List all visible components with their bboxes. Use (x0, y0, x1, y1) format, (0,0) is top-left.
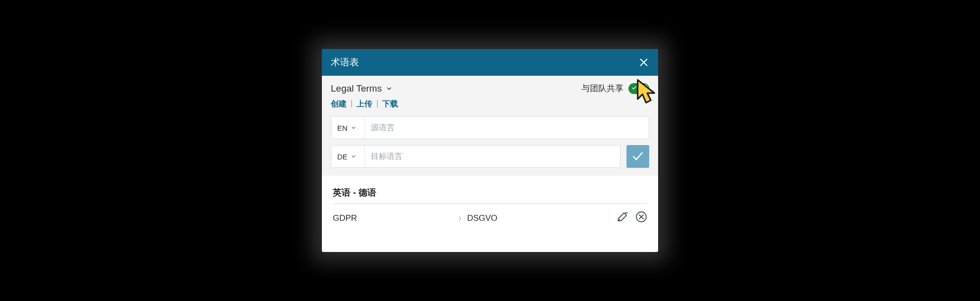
check-icon (631, 150, 644, 163)
action-separator: | (351, 99, 353, 109)
share-with-team: 与团队共享 (581, 83, 649, 94)
target-term-input[interactable] (365, 146, 620, 167)
source-input-group: EN (331, 116, 649, 139)
chevron-right-icon (452, 215, 467, 221)
confirm-add-button[interactable] (626, 145, 649, 168)
terms-list-section: 英语 - 德语 GDPR DSGVO (322, 176, 658, 252)
glossary-actions: 创建 | 上传 | 下载 (322, 99, 658, 113)
glossary-select-row: Legal Terms 与团队共享 (322, 76, 658, 99)
target-lang-dropdown[interactable]: DE (331, 146, 365, 167)
source-input-row: EN (331, 116, 649, 139)
target-lang-code: DE (337, 152, 348, 161)
create-action[interactable]: 创建 (331, 99, 347, 109)
glossary-name-dropdown[interactable]: Legal Terms (331, 83, 393, 94)
download-action[interactable]: 下载 (382, 99, 398, 109)
share-label: 与团队共享 (581, 83, 624, 94)
term-input-area: EN DE (322, 113, 658, 176)
target-input-row: DE (331, 145, 649, 168)
glossary-dialog: 术语表 Legal Terms 与团队共享 (322, 49, 658, 252)
term-row-actions (617, 211, 647, 225)
share-toggle[interactable] (628, 83, 649, 94)
edit-icon[interactable] (617, 211, 628, 225)
source-lang-code: EN (337, 124, 348, 132)
chevron-down-icon (351, 125, 356, 131)
chevron-down-icon (386, 85, 393, 92)
upload-action[interactable]: 上传 (356, 99, 372, 109)
glossary-name: Legal Terms (331, 83, 382, 94)
toggle-knob (639, 84, 648, 93)
close-icon[interactable] (638, 57, 649, 68)
chevron-down-icon (351, 153, 356, 159)
check-icon (631, 85, 637, 92)
terms-heading: 英语 - 德语 (333, 187, 647, 204)
target-input-group: DE (331, 145, 621, 168)
dialog-header: 术语表 (322, 49, 658, 76)
term-target: DSGVO (467, 213, 617, 223)
term-source: GDPR (333, 213, 452, 223)
source-lang-dropdown[interactable]: EN (331, 117, 365, 139)
delete-circle-icon[interactable] (635, 211, 647, 225)
dialog-title: 术语表 (331, 56, 359, 69)
source-term-input[interactable] (365, 117, 649, 139)
action-separator: | (376, 99, 378, 109)
term-row: GDPR DSGVO (333, 204, 647, 232)
